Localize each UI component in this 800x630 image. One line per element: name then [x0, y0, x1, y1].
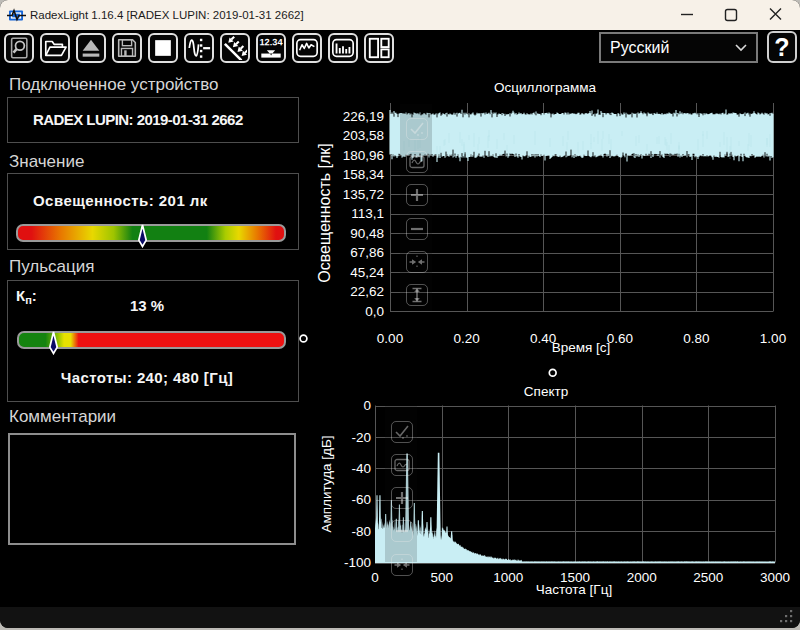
svg-text:Время [с]: Время [с]	[552, 340, 611, 355]
svg-text:Освещенность [лк]: Освещенность [лк]	[316, 143, 333, 282]
svg-text:22,62: 22,62	[350, 284, 384, 299]
svg-text:2500: 2500	[693, 570, 723, 585]
svg-text:-20: -20	[351, 430, 371, 445]
svg-text:45,24: 45,24	[350, 265, 384, 280]
svg-text:158,34: 158,34	[343, 167, 385, 182]
svg-text:0.20: 0.20	[453, 331, 479, 346]
svg-text:0.80: 0.80	[683, 331, 709, 346]
svg-text:0: 0	[363, 398, 371, 413]
svg-text:135,72: 135,72	[343, 187, 384, 202]
svg-text:500: 500	[430, 570, 453, 585]
svg-text:0,0: 0,0	[365, 304, 384, 319]
svg-text:2000: 2000	[627, 570, 657, 585]
svg-text:1.00: 1.00	[760, 331, 786, 346]
svg-text:67,86: 67,86	[350, 245, 384, 260]
svg-text:Амплитуда [дБ]: Амплитуда [дБ]	[319, 435, 334, 532]
svg-text:-100: -100	[344, 555, 371, 570]
svg-text:-60: -60	[351, 492, 371, 507]
svg-text:180,96: 180,96	[343, 148, 384, 163]
svg-text:12.34: 12.34	[259, 37, 283, 47]
svg-text:0.60: 0.60	[607, 331, 633, 346]
svg-text:203,58: 203,58	[343, 128, 384, 143]
svg-text:1000: 1000	[493, 570, 523, 585]
svg-text:0: 0	[371, 570, 379, 585]
svg-text:0.00: 0.00	[377, 331, 403, 346]
svg-text:-40: -40	[351, 461, 371, 476]
svg-text:226,19: 226,19	[343, 109, 384, 124]
svg-text:Спектр: Спектр	[524, 384, 568, 399]
svg-text:Осциллограмма: Осциллограмма	[494, 80, 596, 95]
svg-text:3000: 3000	[760, 570, 790, 585]
svg-text:-80: -80	[351, 524, 371, 539]
svg-text:113,1: 113,1	[351, 206, 384, 221]
svg-text:90,48: 90,48	[350, 226, 384, 241]
svg-text:Частота [Гц]: Частота [Гц]	[536, 582, 612, 597]
